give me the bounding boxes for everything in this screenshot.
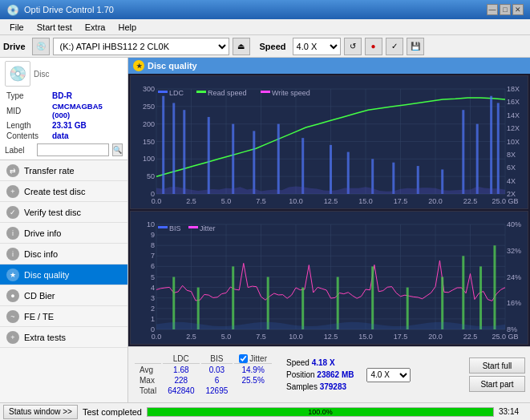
jitter-max: 25.5% [234,376,272,385]
fe-te-label: FE / TE [24,312,54,321]
status-time: 33:14 [499,407,527,416]
samples-label: Samples [286,382,320,391]
sidebar-item-drive-info[interactable]: i Drive info [0,223,127,244]
drive-info-label: Drive info [24,228,61,238]
stats-table: LDC BIS Jitter Avg 1.68 0.03 14.9% [133,353,273,397]
extra-tests-icon: + [6,331,19,344]
transfer-rate-icon: ⇄ [6,164,19,177]
jitter-avg: 14.9% [234,365,272,374]
disc-label-btn[interactable]: 🔍 [112,143,123,156]
app-icon: 💿 [6,4,19,16]
drive-select[interactable]: (K:) ATAPI iHBS112 2 CL0K [53,38,229,55]
disc-info-icon: i [6,248,19,260]
mid-label: MID [6,102,51,119]
bis-max: 6 [201,376,233,385]
sidebar-item-verify-test-disc[interactable]: ✓ Verify test disc [0,202,127,223]
total-label: Total [135,386,161,395]
sidebar-item-fe-te[interactable]: ~ FE / TE [0,306,127,327]
disc-image: 💿 [5,61,30,87]
position-info: Position 23862 MB [286,370,354,379]
sidebar: 💿 Disc Type BD-R MID CMCMAGBA5 (000) Len… [0,58,128,402]
stats-total-row: Total 642840 12695 [135,386,272,395]
type-label: Type [6,91,51,100]
verify-test-disc-icon: ✓ [6,206,19,219]
save-button[interactable]: 💾 [407,38,424,55]
menu-start-test[interactable]: Start test [30,21,79,34]
disc-label-input[interactable] [37,143,109,156]
fe-te-icon: ~ [6,310,19,323]
titlebar-title: Opti Drive Control 1.70 [24,5,114,14]
drive-icon-btn[interactable]: 💿 [32,38,50,55]
extra-tests-label: Extra tests [24,333,66,342]
contents-label: Contents [6,131,51,140]
verify-test-disc-label: Verify test disc [24,208,81,217]
sidebar-item-transfer-rate[interactable]: ⇄ Transfer rate [0,160,127,181]
speed-label: Speed [260,42,286,51]
eject-button[interactable]: ⏏ [233,38,250,55]
drive-info-icon: i [6,227,19,240]
disc-quality-header: ★ Disc quality [128,58,530,74]
mid-value: CMCMAGBA5 (000) [52,102,121,119]
create-test-disc-icon: + [6,185,19,198]
disc-type-row: Type BD-R [6,91,121,100]
record-button[interactable]: ● [365,38,382,55]
minimize-button[interactable]: — [487,4,498,15]
disc-quality-header-icon: ★ [133,60,144,71]
bis-canvas [131,212,528,344]
sidebar-item-extra-tests[interactable]: + Extra tests [0,327,127,348]
sidebar-item-cd-bier[interactable]: ● CD Bier [0,285,127,306]
speed-selector: 4.0 X [366,368,411,382]
verify-button[interactable]: ✓ [386,38,403,55]
position-label: Position [286,370,317,379]
bis-avg: 0.03 [201,365,233,374]
menu-file[interactable]: File [3,21,30,34]
drive-toolbar: Drive 💿 (K:) ATAPI iHBS112 2 CL0K ⏏ Spee… [0,35,530,58]
ldc-chart [130,75,528,209]
jitter-header: Jitter [234,354,272,364]
close-button[interactable]: ✕ [512,4,524,15]
main-area: 💿 Disc Type BD-R MID CMCMAGBA5 (000) Len… [0,58,530,402]
start-part-button[interactable]: Start part [469,376,525,392]
speed-dropdown[interactable]: 4.0 X [366,368,411,382]
maximize-button[interactable]: □ [500,4,511,15]
sidebar-item-disc-quality[interactable]: ★ Disc quality [0,265,127,285]
transfer-rate-label: Transfer rate [24,166,75,176]
label-text: Label [5,146,34,155]
drive-label: Drive [3,42,26,51]
disc-quality-label: Disc quality [24,270,69,280]
jitter-checkbox[interactable] [239,354,248,363]
status-window-button[interactable]: Status window >> [3,405,78,419]
ldc-total: 642840 [163,386,199,395]
jitter-label: Jitter [249,354,267,363]
content-area: ★ Disc quality LDC BIS [128,58,530,402]
disc-label-row: Label 🔍 [5,143,123,156]
disc-contents-row: Contents data [6,131,121,140]
stats-row: LDC BIS Jitter Avg 1.68 0.03 14.9% [128,346,530,402]
ldc-max: 228 [163,376,199,385]
sidebar-item-disc-info[interactable]: i Disc info [0,244,127,265]
menu-extra[interactable]: Extra [79,21,112,34]
speed-info-label: Speed [286,358,312,367]
progress-text: 100.0% [148,408,493,416]
sidebar-item-create-test-disc[interactable]: + Create test disc [0,181,127,202]
disc-quality-icon: ★ [6,269,19,281]
disc-mid-row: MID CMCMAGBA5 (000) [6,102,121,119]
speed-select[interactable]: 4.0 X [293,38,341,55]
menu-help[interactable]: Help [111,21,143,34]
samples-info: Samples 379283 [286,382,354,391]
disc-properties-table: Type BD-R MID CMCMAGBA5 (000) Length 23.… [5,90,123,142]
stats-max-row: Max 228 6 25.5% [135,376,272,385]
start-full-button[interactable]: Start full [469,357,525,374]
bis-total: 12695 [201,386,233,395]
stats-avg-row: Avg 1.68 0.03 14.9% [135,365,272,374]
max-label: Max [135,376,161,385]
titlebar: 💿 Opti Drive Control 1.70 — □ ✕ [0,0,530,19]
refresh-button[interactable]: ↺ [344,38,362,55]
length-label: Length [6,121,51,130]
position-value: 23862 MB [317,370,354,379]
speed-info-value: 4.18 X [312,358,335,367]
nav-menu: ⇄ Transfer rate + Create test disc ✓ Ver… [0,160,127,348]
status-text: Test completed [83,407,142,417]
cd-bier-icon: ● [6,289,19,302]
create-test-disc-label: Create test disc [24,187,85,196]
